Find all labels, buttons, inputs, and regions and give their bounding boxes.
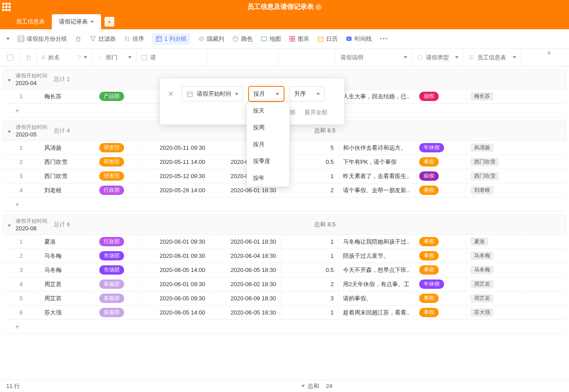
- add-column-button[interactable]: +: [547, 49, 569, 66]
- table-row[interactable]: 1 夏洛 行政部 2020-06-01 09:30 2020-06-01 18:…: [3, 235, 566, 249]
- svg-rect-21: [142, 55, 147, 60]
- row-index: 1: [3, 89, 40, 103]
- table-row[interactable]: 6 苏大强 客服部 2020-06-05 14:00 2020-06-05 18…: [3, 306, 566, 320]
- column-emp[interactable]: 员工信息表: [464, 49, 521, 66]
- group-button[interactable]: 1 列分组: [152, 33, 190, 45]
- cell-start: 2020-06-01 09:30: [139, 235, 210, 248]
- cell-name[interactable]: 周芷若: [40, 291, 95, 305]
- cell-start: 2020-05-11 14:00: [139, 155, 210, 169]
- group-toggle[interactable]: [3, 221, 16, 228]
- cell-name[interactable]: 马冬梅: [40, 249, 95, 263]
- select-all-checkbox[interactable]: [7, 54, 13, 61]
- close-group-config[interactable]: ✕: [168, 90, 174, 98]
- cell-name[interactable]: 风清扬: [40, 141, 95, 155]
- sort-icon: [124, 35, 130, 42]
- table-row[interactable]: 3 马冬梅 市场部 2020-06-05 14:00 2020-06-05 18…: [3, 263, 566, 277]
- add-tab-button[interactable]: +: [105, 17, 114, 27]
- cell-name[interactable]: 西门吹雪: [40, 155, 95, 169]
- cell-emp: 苏大强: [466, 306, 524, 319]
- row-index: 4: [3, 277, 40, 291]
- granularity-option[interactable]: 按年: [247, 170, 289, 186]
- cell-start: 2020-05-11 09:30: [139, 141, 210, 155]
- row-index: 2: [3, 249, 40, 263]
- cell-days: 1: [281, 249, 339, 263]
- granularity-dropdown: 按天 按周 按月 按季度 按年: [246, 102, 290, 187]
- group-header[interactable]: 请假开始时间2020-06 总计 6 总和 8.5: [3, 214, 566, 235]
- add-row-button[interactable]: +: [3, 320, 566, 334]
- cell-dept: 市场部: [95, 249, 139, 263]
- cell-days: 3: [281, 291, 339, 305]
- view-menu-caret[interactable]: [6, 38, 10, 40]
- granularity-option[interactable]: 按周: [247, 119, 289, 136]
- cell-start: 2020-06-05 14:00: [139, 306, 210, 319]
- cell-end: 2020-06-04 18:30: [210, 249, 281, 263]
- gallery-button[interactable]: 图库: [289, 35, 309, 43]
- group-order-select[interactable]: 升序: [289, 86, 325, 101]
- eye-off-icon: [198, 35, 205, 42]
- apps-icon[interactable]: [0, 0, 12, 13]
- group-toggle[interactable]: [3, 128, 16, 134]
- granularity-option[interactable]: 按天: [247, 102, 289, 119]
- cell-start: 2020-06-05 09:30: [139, 291, 210, 305]
- svg-rect-0: [18, 36, 24, 42]
- cell-name[interactable]: 梅长苏: [40, 89, 95, 103]
- tabs-bar: 员工信息表 请假记录表 +: [0, 13, 569, 29]
- map-button[interactable]: 地图: [261, 35, 281, 43]
- svg-point-8: [233, 36, 238, 41]
- calendar-icon: [187, 91, 193, 97]
- filter-icon: [90, 35, 96, 42]
- granularity-option[interactable]: 按月: [247, 136, 289, 153]
- expand-all-button[interactable]: 展开全部: [304, 109, 327, 116]
- hide-columns-button[interactable]: 隐藏列: [198, 35, 224, 43]
- cell-dept: 客服部: [95, 277, 139, 291]
- cell-name[interactable]: 马冬梅: [40, 263, 95, 277]
- row-index: 1: [3, 235, 40, 248]
- cell-name[interactable]: 苏大强: [40, 306, 95, 319]
- add-row-button[interactable]: +: [3, 198, 566, 212]
- group-granularity-select[interactable]: 按月: [249, 86, 284, 101]
- svg-point-22: [418, 55, 422, 59]
- sort-button[interactable]: 排序: [124, 35, 144, 43]
- group-icon: [156, 35, 162, 42]
- cell-type: 病假: [415, 169, 466, 183]
- cell-type: 事假: [415, 249, 466, 263]
- tab-leave[interactable]: 请假记录表: [52, 14, 101, 29]
- svg-rect-15: [292, 39, 295, 41]
- group-field-select[interactable]: 请假开始时间: [182, 86, 243, 101]
- more-button[interactable]: •••: [380, 35, 389, 42]
- cell-name[interactable]: 周芷若: [40, 277, 95, 291]
- column-start[interactable]: 请: [136, 49, 207, 66]
- column-type[interactable]: 请假类型: [412, 49, 464, 66]
- column-dept[interactable]: 部门: [92, 49, 136, 66]
- timeline-button[interactable]: 时间线: [346, 35, 372, 43]
- cell-desc: 下午有PK，请个事假: [339, 155, 415, 169]
- color-button[interactable]: 颜色: [232, 35, 253, 43]
- svg-point-10: [236, 38, 237, 39]
- cell-name[interactable]: 刘老根: [40, 183, 95, 197]
- granularity-option[interactable]: 按季度: [247, 153, 289, 170]
- view-selector[interactable]: 请假按月份分组: [18, 35, 67, 43]
- table-row[interactable]: 5 周芷若 客服部 2020-06-05 09:30 2020-06-09 18…: [3, 291, 566, 306]
- calendar-button[interactable]: 日历: [317, 35, 338, 43]
- table-row[interactable]: 2 马冬梅 市场部 2020-06-01 09:30 2020-06-04 18…: [3, 249, 566, 263]
- cell-end: 2020-06-01 18:30: [210, 235, 281, 248]
- map-icon: [261, 35, 267, 42]
- cell-emp: 刘老根: [466, 183, 524, 197]
- column-desc[interactable]: 请假说明: [336, 49, 412, 66]
- tab-employee[interactable]: 员工信息表: [9, 14, 52, 29]
- cell-name[interactable]: 西门吹雪: [40, 169, 95, 183]
- filter-button[interactable]: 过滤器: [90, 35, 116, 43]
- row-index: 1: [3, 141, 40, 155]
- table-row[interactable]: 4 周芷若 客服部 2020-06-01 09:30 2020-06-02 18…: [3, 277, 566, 291]
- info-icon[interactable]: [316, 4, 322, 10]
- cell-desc: 请的事假。: [339, 291, 415, 305]
- cell-name[interactable]: 夏洛: [40, 235, 95, 248]
- lock-icon[interactable]: [75, 35, 82, 42]
- cell-type: 事假: [415, 263, 466, 277]
- svg-point-9: [234, 38, 235, 39]
- column-name[interactable]: A姓名?: [37, 49, 92, 66]
- group-toggle[interactable]: [3, 76, 16, 83]
- cell-desc: 和小伙伴去看诗和远方。: [339, 141, 415, 155]
- cell-days: 2: [281, 277, 339, 291]
- cell-days: 1: [281, 306, 339, 319]
